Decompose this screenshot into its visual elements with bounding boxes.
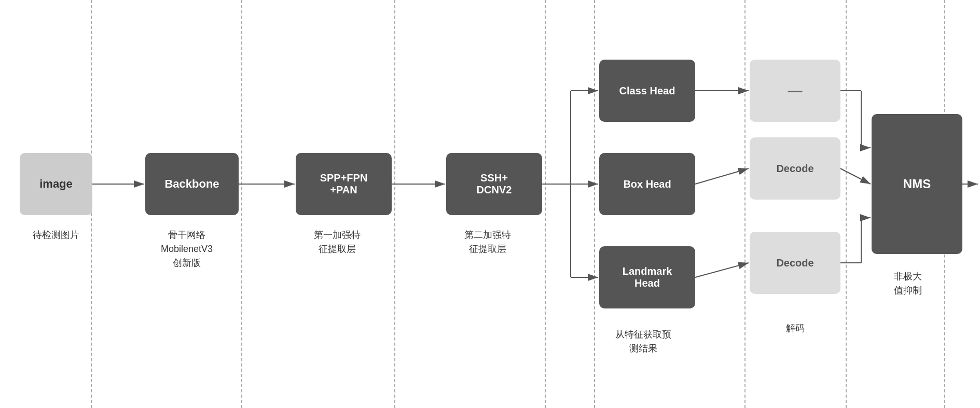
- decode1-box: Decode: [750, 137, 840, 200]
- backbone-box: Backbone: [145, 153, 239, 215]
- label-image: 待检测图片: [10, 228, 101, 242]
- svg-line-13: [695, 263, 749, 277]
- class-head-box: Class Head: [599, 60, 695, 122]
- vline-7: [846, 0, 847, 408]
- box-head-box: Box Head: [599, 153, 695, 215]
- svg-line-12: [695, 168, 749, 184]
- label-spp: 第一加强特征提取层: [275, 228, 399, 256]
- label-head: 从特征获取预测结果: [571, 328, 716, 356]
- decode2-box: Decode: [750, 232, 840, 294]
- label-decode: 解码: [750, 321, 840, 335]
- svg-line-17: [840, 168, 871, 184]
- vline-3: [394, 0, 395, 408]
- class-out-box: —: [750, 60, 840, 122]
- nms-box: NMS: [872, 114, 962, 254]
- ssh-box: SSH+DCNV2: [446, 153, 542, 215]
- label-nms: 非极大值抑制: [856, 270, 960, 298]
- vline-2: [241, 0, 242, 408]
- image-box: image: [20, 153, 92, 215]
- landmark-head-box: LandmarkHead: [599, 246, 695, 308]
- vline-4: [545, 0, 546, 408]
- label-ssh: 第二加强特征提取层: [425, 228, 550, 256]
- spp-box: SPP+FPN+PAN: [296, 153, 392, 215]
- vline-6: [744, 0, 746, 408]
- label-backbone: 骨干网络MobilenetV3创新版: [125, 228, 249, 270]
- diagram-container: image Backbone SPP+FPN+PAN SSH+DCNV2 Cla…: [0, 0, 980, 408]
